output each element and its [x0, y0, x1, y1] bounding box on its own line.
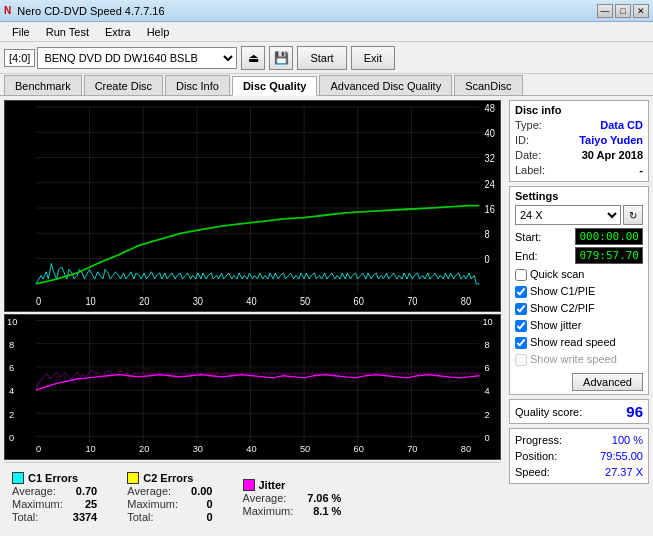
c2-total-label: Total: [127, 511, 153, 523]
svg-text:4: 4 [485, 386, 491, 397]
eject-button[interactable]: ⏏ [241, 46, 265, 70]
jitter-color-box [243, 479, 255, 491]
show-c1pie-row: Show C1/PIE [515, 283, 643, 300]
end-time: 079:57.70 [575, 247, 643, 264]
top-chart: 48 40 32 24 16 8 0 0 10 20 30 40 50 60 7… [4, 100, 501, 312]
c1-label: C1 Errors [28, 472, 78, 484]
start-button[interactable]: Start [297, 46, 346, 70]
settings-title: Settings [515, 190, 643, 202]
svg-text:8: 8 [485, 228, 491, 240]
jitter-max-label: Maximum: [243, 505, 294, 517]
tab-create-disc[interactable]: Create Disc [84, 75, 163, 95]
show-write-speed-label: Show write speed [530, 351, 617, 368]
svg-text:32: 32 [485, 153, 496, 165]
speed-combo[interactable]: 24 X [515, 205, 621, 225]
svg-text:0: 0 [9, 432, 14, 443]
svg-text:40: 40 [246, 296, 257, 308]
c1-total-label: Total: [12, 511, 38, 523]
top-chart-svg: 48 40 32 24 16 8 0 0 10 20 30 40 50 60 7… [5, 101, 500, 311]
quality-section: Quality score: 96 [509, 399, 649, 424]
charts-area: 48 40 32 24 16 8 0 0 10 20 30 40 50 60 7… [0, 96, 505, 536]
drive-select-area: [4:0] BENQ DVD DD DW1640 BSLB [4, 47, 237, 69]
svg-text:80: 80 [461, 443, 471, 454]
svg-text:2: 2 [9, 409, 14, 420]
tab-advanced-disc-quality[interactable]: Advanced Disc Quality [319, 75, 452, 95]
show-jitter-row: Show jitter [515, 317, 643, 334]
jitter-max-value: 8.1 % [313, 505, 341, 517]
speed-value: 27.37 X [605, 464, 643, 480]
svg-text:4: 4 [9, 386, 15, 397]
show-jitter-checkbox[interactable] [515, 320, 527, 332]
svg-text:2: 2 [485, 409, 490, 420]
save-button[interactable]: 💾 [269, 46, 293, 70]
show-c1pie-label: Show C1/PIE [530, 283, 595, 300]
settings-section: Settings 24 X ↻ Start: 000:00.00 End: 07… [509, 186, 649, 395]
maximize-button[interactable]: □ [615, 4, 631, 18]
svg-text:0: 0 [36, 443, 41, 454]
show-jitter-label: Show jitter [530, 317, 581, 334]
c2-avg-label: Average: [127, 485, 171, 497]
drive-combo[interactable]: BENQ DVD DD DW1640 BSLB [37, 47, 237, 69]
refresh-button[interactable]: ↻ [623, 205, 643, 225]
svg-text:6: 6 [485, 362, 490, 373]
c2-errors-legend: C2 Errors Average: 0.00 Maximum: 0 Total… [127, 472, 212, 523]
disc-info-section: Disc info Type: Data CD ID: Taiyo Yuden … [509, 100, 649, 182]
advanced-button[interactable]: Advanced [572, 373, 643, 391]
svg-text:10: 10 [85, 443, 95, 454]
quick-scan-label: Quick scan [530, 266, 584, 283]
show-c2pif-row: Show C2/PIF [515, 300, 643, 317]
progress-label: Progress: [515, 432, 562, 448]
tab-bar: Benchmark Create Disc Disc Info Disc Qua… [0, 74, 653, 96]
start-label: Start: [515, 231, 541, 243]
show-write-speed-checkbox[interactable] [515, 354, 527, 366]
legend: C1 Errors Average: 0.70 Maximum: 25 Tota… [4, 462, 501, 532]
c1-color-box [12, 472, 24, 484]
menu-run-test[interactable]: Run Test [38, 24, 97, 40]
disc-info-title: Disc info [515, 104, 643, 116]
svg-text:0: 0 [485, 254, 491, 266]
quality-value: 96 [626, 403, 643, 420]
exit-button[interactable]: Exit [351, 46, 395, 70]
close-button[interactable]: ✕ [633, 4, 649, 18]
svg-text:20: 20 [139, 296, 150, 308]
bottom-chart-svg: 10 8 6 4 2 0 10 8 6 4 2 0 0 10 20 30 40 … [5, 315, 500, 459]
svg-text:8: 8 [9, 339, 14, 350]
tab-scandisc[interactable]: ScanDisc [454, 75, 522, 95]
show-c1pie-checkbox[interactable] [515, 286, 527, 298]
jitter-legend: Jitter Average: 7.06 % Maximum: 8.1 % [243, 479, 342, 517]
c2-label: C2 Errors [143, 472, 193, 484]
jitter-label: Jitter [259, 479, 286, 491]
tab-disc-info[interactable]: Disc Info [165, 75, 230, 95]
right-panel: Disc info Type: Data CD ID: Taiyo Yuden … [505, 96, 653, 536]
window-controls: — □ ✕ [597, 4, 649, 18]
menu-file[interactable]: File [4, 24, 38, 40]
show-read-speed-label: Show read speed [530, 334, 616, 351]
svg-text:20: 20 [139, 443, 149, 454]
svg-text:70: 70 [407, 443, 417, 454]
minimize-button[interactable]: — [597, 4, 613, 18]
svg-text:48: 48 [485, 102, 496, 114]
quick-scan-checkbox[interactable] [515, 269, 527, 281]
c2-max-value: 0 [206, 498, 212, 510]
menu-extra[interactable]: Extra [97, 24, 139, 40]
main-content: 48 40 32 24 16 8 0 0 10 20 30 40 50 60 7… [0, 96, 653, 536]
svg-text:50: 50 [300, 296, 311, 308]
tab-disc-quality[interactable]: Disc Quality [232, 76, 318, 96]
show-c2pif-checkbox[interactable] [515, 303, 527, 315]
tab-benchmark[interactable]: Benchmark [4, 75, 82, 95]
c1-total-value: 3374 [73, 511, 97, 523]
jitter-avg-value: 7.06 % [307, 492, 341, 504]
disc-label-value: - [639, 163, 643, 178]
progress-section: Progress: 100 % Position: 79:55.00 Speed… [509, 428, 649, 484]
svg-text:40: 40 [246, 443, 256, 454]
svg-text:60: 60 [354, 296, 365, 308]
menu-help[interactable]: Help [139, 24, 178, 40]
show-read-speed-checkbox[interactable] [515, 337, 527, 349]
type-value: Data CD [600, 118, 643, 133]
quick-scan-row: Quick scan [515, 266, 643, 283]
c2-total-value: 0 [206, 511, 212, 523]
position-label: Position: [515, 448, 557, 464]
svg-text:8: 8 [485, 339, 490, 350]
svg-text:80: 80 [461, 296, 472, 308]
drive-label: [4:0] [4, 49, 35, 67]
